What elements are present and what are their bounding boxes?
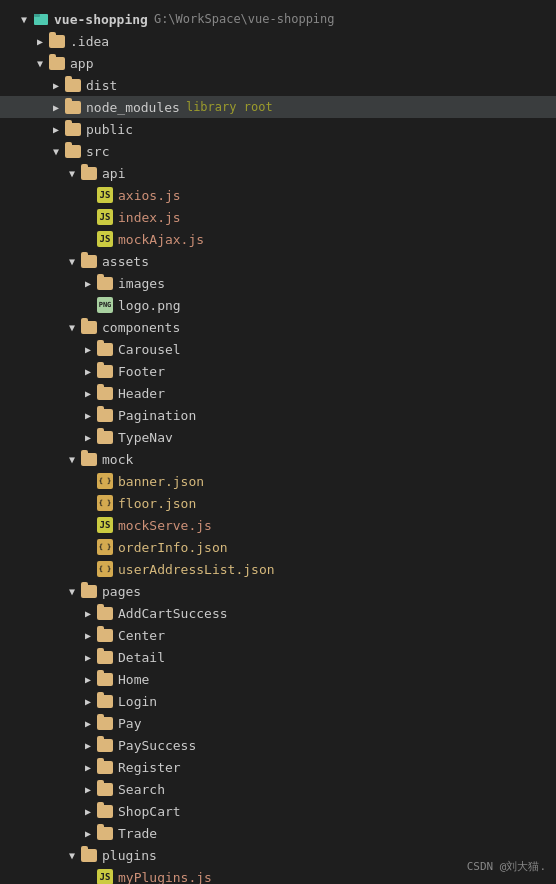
shopcart-label: ShopCart	[118, 804, 181, 819]
useraddress-json-icon: { }	[96, 561, 114, 577]
axios-label: axios.js	[118, 188, 181, 203]
shopcart-item[interactable]: ShopCart	[0, 800, 556, 822]
detail-arrow[interactable]	[80, 652, 96, 663]
search-item[interactable]: Search	[0, 778, 556, 800]
pagination-label: Pagination	[118, 408, 196, 423]
mock-arrow[interactable]	[64, 454, 80, 465]
header-item[interactable]: Header	[0, 382, 556, 404]
typenav-arrow[interactable]	[80, 432, 96, 443]
pagination-item[interactable]: Pagination	[0, 404, 556, 426]
plugins-arrow[interactable]	[64, 850, 80, 861]
images-item[interactable]: images	[0, 272, 556, 294]
shopcart-folder-icon	[96, 803, 114, 819]
api-arrow[interactable]	[64, 168, 80, 179]
assets-item[interactable]: assets	[0, 250, 556, 272]
shopcart-arrow[interactable]	[80, 806, 96, 817]
mockajax-item[interactable]: JS mockAjax.js	[0, 228, 556, 250]
useraddress-item[interactable]: { } userAddressList.json	[0, 558, 556, 580]
carousel-arrow[interactable]	[80, 344, 96, 355]
mockajax-js-icon: JS	[96, 231, 114, 247]
src-arrow[interactable]	[48, 146, 64, 157]
public-item[interactable]: public	[0, 118, 556, 140]
app-item[interactable]: app	[0, 52, 556, 74]
axios-item[interactable]: JS axios.js	[0, 184, 556, 206]
footer-arrow[interactable]	[80, 366, 96, 377]
header-label: Header	[118, 386, 165, 401]
app-arrow[interactable]	[32, 58, 48, 69]
login-folder-icon	[96, 693, 114, 709]
root-arrow[interactable]	[16, 14, 32, 25]
orderinfo-item[interactable]: { } orderInfo.json	[0, 536, 556, 558]
paysuccess-item[interactable]: PaySuccess	[0, 734, 556, 756]
node-modules-item[interactable]: node_modules library root	[0, 96, 556, 118]
banner-item[interactable]: { } banner.json	[0, 470, 556, 492]
footer-label: Footer	[118, 364, 165, 379]
pages-item[interactable]: pages	[0, 580, 556, 602]
login-arrow[interactable]	[80, 696, 96, 707]
home-arrow[interactable]	[80, 674, 96, 685]
src-item[interactable]: src	[0, 140, 556, 162]
typenav-folder-icon	[96, 429, 114, 445]
footer-item[interactable]: Footer	[0, 360, 556, 382]
logo-item[interactable]: PNG logo.png	[0, 294, 556, 316]
dist-arrow[interactable]	[48, 80, 64, 91]
root-path: G:\WorkSpace\vue-shopping	[154, 12, 335, 26]
pages-folder-icon	[80, 583, 98, 599]
detail-item[interactable]: Detail	[0, 646, 556, 668]
footer-folder-icon	[96, 363, 114, 379]
trade-folder-icon	[96, 825, 114, 841]
floor-item[interactable]: { } floor.json	[0, 492, 556, 514]
trade-arrow[interactable]	[80, 828, 96, 839]
components-arrow[interactable]	[64, 322, 80, 333]
myplugins-label: myPlugins.js	[118, 870, 212, 885]
app-folder-icon	[48, 55, 66, 71]
carousel-folder-icon	[96, 341, 114, 357]
public-label: public	[86, 122, 133, 137]
mockserve-js-icon: JS	[96, 517, 114, 533]
carousel-label: Carousel	[118, 342, 181, 357]
api-index-item[interactable]: JS index.js	[0, 206, 556, 228]
components-item[interactable]: components	[0, 316, 556, 338]
axios-js-icon: JS	[96, 187, 114, 203]
detail-label: Detail	[118, 650, 165, 665]
idea-item[interactable]: .idea	[0, 30, 556, 52]
idea-arrow[interactable]	[32, 36, 48, 47]
root-item[interactable]: vue-shopping G:\WorkSpace\vue-shopping	[0, 8, 556, 30]
pay-item[interactable]: Pay	[0, 712, 556, 734]
src-label: src	[86, 144, 109, 159]
pages-label: pages	[102, 584, 141, 599]
register-item[interactable]: Register	[0, 756, 556, 778]
pages-arrow[interactable]	[64, 586, 80, 597]
login-item[interactable]: Login	[0, 690, 556, 712]
trade-item[interactable]: Trade	[0, 822, 556, 844]
api-item[interactable]: api	[0, 162, 556, 184]
home-folder-icon	[96, 671, 114, 687]
pay-arrow[interactable]	[80, 718, 96, 729]
addcartsuccess-arrow[interactable]	[80, 608, 96, 619]
mockajax-label: mockAjax.js	[118, 232, 204, 247]
addcartsuccess-item[interactable]: AddCartSuccess	[0, 602, 556, 624]
search-arrow[interactable]	[80, 784, 96, 795]
header-arrow[interactable]	[80, 388, 96, 399]
register-arrow[interactable]	[80, 762, 96, 773]
mock-item[interactable]: mock	[0, 448, 556, 470]
mockserve-item[interactable]: JS mockServe.js	[0, 514, 556, 536]
public-arrow[interactable]	[48, 124, 64, 135]
home-item[interactable]: Home	[0, 668, 556, 690]
typenav-item[interactable]: TypeNav	[0, 426, 556, 448]
center-label: Center	[118, 628, 165, 643]
orderinfo-json-icon: { }	[96, 539, 114, 555]
paysuccess-folder-icon	[96, 737, 114, 753]
dist-item[interactable]: dist	[0, 74, 556, 96]
center-arrow[interactable]	[80, 630, 96, 641]
center-item[interactable]: Center	[0, 624, 556, 646]
images-arrow[interactable]	[80, 278, 96, 289]
node-modules-arrow[interactable]	[48, 102, 64, 113]
carousel-item[interactable]: Carousel	[0, 338, 556, 360]
library-root-badge: library root	[186, 100, 273, 114]
header-folder-icon	[96, 385, 114, 401]
pagination-arrow[interactable]	[80, 410, 96, 421]
assets-arrow[interactable]	[64, 256, 80, 267]
trade-label: Trade	[118, 826, 157, 841]
paysuccess-arrow[interactable]	[80, 740, 96, 751]
